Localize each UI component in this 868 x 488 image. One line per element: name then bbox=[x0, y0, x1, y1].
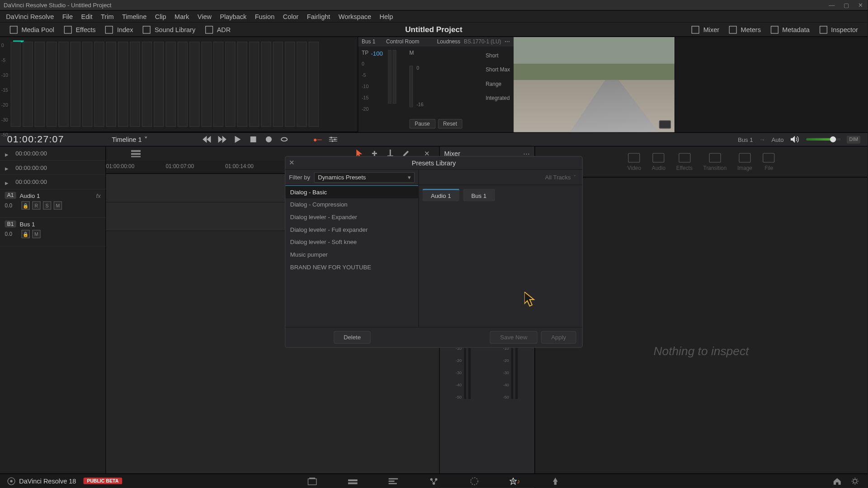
all-tracks-dropdown[interactable]: All Tracks bbox=[545, 174, 571, 180]
svg-point-31 bbox=[435, 478, 437, 480]
presets-close-button[interactable]: ✕ bbox=[289, 159, 297, 167]
index-icon bbox=[105, 25, 113, 33]
page-color[interactable] bbox=[469, 475, 480, 486]
play-button[interactable] bbox=[232, 134, 243, 145]
monitor-bus[interactable]: Bus 1 bbox=[738, 136, 753, 142]
menu-file[interactable]: File bbox=[59, 12, 76, 21]
project-title: Untitled Project bbox=[405, 25, 462, 34]
m-meter bbox=[409, 66, 413, 107]
inspector-tab-effects[interactable]: Effects bbox=[676, 153, 693, 171]
stop-button[interactable] bbox=[248, 134, 259, 145]
filter-by-label: Filter by bbox=[289, 174, 310, 180]
menu-fusion[interactable]: Fusion bbox=[251, 12, 278, 21]
speaker-icon[interactable] bbox=[790, 134, 801, 145]
menu-trim[interactable]: Trim bbox=[97, 12, 117, 21]
svg-point-33 bbox=[471, 477, 478, 484]
timeline-view-button[interactable] bbox=[130, 148, 142, 160]
lock-icon[interactable]: 🔒 bbox=[21, 230, 29, 238]
preset-item[interactable]: Dialog - Compression bbox=[285, 198, 418, 211]
meters-panel: 0-5-10-15-20-30-50 bbox=[0, 37, 358, 132]
forward-button[interactable] bbox=[217, 134, 228, 145]
volume-slider[interactable] bbox=[807, 138, 841, 141]
inspector-tab-image[interactable]: Image bbox=[737, 153, 752, 171]
menu-playback[interactable]: Playback bbox=[216, 12, 250, 21]
preset-item[interactable]: Dialog leveler - Soft knee bbox=[285, 236, 418, 249]
mixer-button[interactable]: Mixer bbox=[687, 23, 724, 35]
expand-preview-button[interactable] bbox=[659, 120, 671, 128]
menu-fairlight[interactable]: Fairlight bbox=[303, 12, 334, 21]
track-header-a1[interactable]: A1Audio 1fx0.0🔒RSM bbox=[0, 189, 105, 218]
menu-edit[interactable]: Edit bbox=[78, 12, 96, 21]
menu-davinci-resolve[interactable]: DaVinci Resolve bbox=[2, 12, 57, 21]
automation-button[interactable]: ●─ bbox=[312, 134, 323, 145]
meters-button[interactable]: Meters bbox=[724, 23, 766, 35]
rewind-button[interactable] bbox=[201, 134, 212, 145]
track-s-button[interactable]: S bbox=[43, 201, 51, 209]
timecode-box-1[interactable]: ▸00:00:00:00 bbox=[0, 161, 105, 175]
pause-button[interactable]: Pause bbox=[409, 119, 435, 129]
menu-clip[interactable]: Clip bbox=[151, 12, 170, 21]
monitor-auto[interactable]: Auto bbox=[771, 136, 783, 142]
preset-track-tab[interactable]: Bus 1 bbox=[463, 189, 495, 202]
media-pool-button[interactable]: Media Pool bbox=[5, 23, 59, 35]
metadata-button[interactable]: Metadata bbox=[765, 23, 814, 35]
preset-track-tab[interactable]: Audio 1 bbox=[422, 189, 459, 202]
preset-item[interactable]: Dialog leveler - Full expander bbox=[285, 223, 418, 236]
reset-button[interactable]: Reset bbox=[438, 119, 462, 129]
sound-lib-button[interactable]: Sound Library bbox=[138, 23, 200, 35]
svg-point-13 bbox=[331, 140, 333, 142]
timecode-box-0[interactable]: ▸00:00:00:00 bbox=[0, 146, 105, 161]
project-settings-button[interactable] bbox=[849, 475, 860, 486]
loudness-short: Short bbox=[486, 52, 510, 58]
maximize-button[interactable]: ▢ bbox=[843, 1, 850, 9]
minimize-button[interactable]: ― bbox=[828, 1, 835, 9]
loop-button[interactable] bbox=[279, 134, 290, 145]
menu-color[interactable]: Color bbox=[279, 12, 302, 21]
dim-button[interactable]: DIM bbox=[847, 136, 860, 143]
page-edit[interactable] bbox=[388, 475, 399, 486]
delete-button[interactable]: Delete bbox=[333, 331, 371, 344]
timecode-box-2[interactable]: ▸00:00:00:00 bbox=[0, 175, 105, 189]
svg-rect-28 bbox=[388, 480, 394, 482]
timeline-selector[interactable]: Timeline 1 ˅ bbox=[112, 136, 148, 143]
index-button[interactable]: Index bbox=[100, 23, 138, 35]
page-deliver[interactable] bbox=[550, 475, 561, 486]
close-button[interactable]: ✕ bbox=[857, 1, 864, 9]
menu-help[interactable]: Help bbox=[376, 12, 397, 21]
cr-meter-r bbox=[393, 50, 396, 104]
inspector-tab-video[interactable]: Video bbox=[627, 153, 641, 171]
track-r-button[interactable]: R bbox=[32, 201, 40, 209]
page-media[interactable] bbox=[307, 475, 318, 486]
filter-dropdown[interactable]: Dynamics Presets bbox=[314, 172, 415, 183]
settings-icon[interactable] bbox=[328, 134, 339, 145]
inspector-button[interactable]: Inspector bbox=[814, 23, 863, 35]
preset-item[interactable]: Music pumper bbox=[285, 249, 418, 261]
menu-timeline[interactable]: Timeline bbox=[118, 12, 150, 21]
m-label: M bbox=[409, 50, 462, 56]
svg-point-11 bbox=[330, 136, 332, 138]
apply-button[interactable]: Apply bbox=[541, 331, 576, 344]
preset-item[interactable]: Dialog leveler - Expander bbox=[285, 211, 418, 224]
loudness-menu-icon[interactable]: ⋯ bbox=[505, 39, 510, 45]
adr-button[interactable]: ADR bbox=[200, 23, 236, 35]
preset-item[interactable]: Dialog - Basic bbox=[285, 185, 418, 198]
main-timecode[interactable]: 01:00:27:07 bbox=[7, 134, 64, 145]
record-button[interactable] bbox=[263, 134, 274, 145]
menu-view[interactable]: View bbox=[194, 12, 215, 21]
track-m-button[interactable]: M bbox=[54, 201, 62, 209]
inspector-tab-file[interactable]: File bbox=[763, 153, 775, 171]
page-cut[interactable] bbox=[347, 475, 358, 486]
page-fairlight[interactable]: ♪ bbox=[509, 475, 520, 486]
track-m-button[interactable]: M bbox=[32, 230, 40, 238]
lock-icon[interactable]: 🔒 bbox=[21, 201, 29, 209]
menu-mark[interactable]: Mark bbox=[171, 12, 193, 21]
home-button[interactable] bbox=[832, 475, 843, 486]
menu-workspace[interactable]: Workspace bbox=[335, 12, 375, 21]
preset-item[interactable]: BRAND NEW FOR YOUTUBE bbox=[285, 261, 418, 273]
effects-button[interactable]: Effects bbox=[59, 23, 101, 35]
page-fusion[interactable] bbox=[429, 475, 439, 486]
inspector-tab-audio[interactable]: Audio bbox=[652, 153, 665, 171]
save-new-button[interactable]: Save New bbox=[490, 331, 538, 344]
track-header-b1[interactable]: B1Bus 10.0🔒M bbox=[0, 218, 105, 246]
inspector-tab-transition[interactable]: Transition bbox=[703, 153, 727, 171]
